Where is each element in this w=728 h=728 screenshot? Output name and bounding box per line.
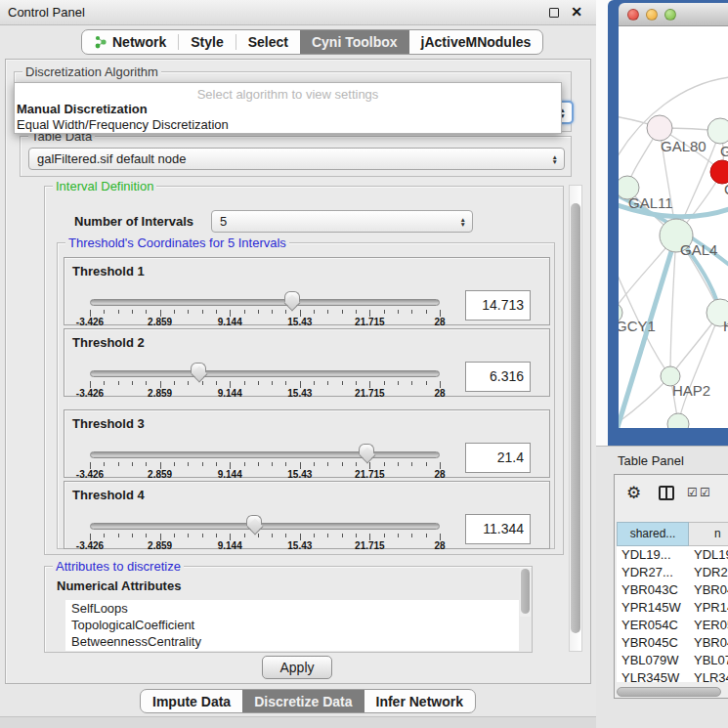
scrollbar-thumb[interactable]: [617, 687, 721, 697]
tab-network[interactable]: Network: [82, 30, 178, 54]
threshold-value-field[interactable]: 14.713: [465, 290, 531, 321]
dropdown-option[interactable]: Equal Width/Frequency Discretization: [15, 117, 561, 133]
gear-icon[interactable]: ⚙: [626, 483, 641, 502]
content-vertical-scrollbar[interactable]: [569, 185, 582, 652]
attributes-list-scrollbar[interactable]: [520, 568, 531, 617]
cell-shared-name: YDR27...: [617, 564, 689, 581]
table-panel-title: Table Panel: [618, 453, 684, 468]
scrollbar-thumb[interactable]: [571, 203, 580, 633]
tab-impute-data[interactable]: Impute Data: [141, 690, 242, 712]
tab-discretize-data[interactable]: Discretize Data: [242, 690, 364, 712]
graph-edge[interactable]: [678, 313, 720, 424]
cell-shared-name: YPR145W: [617, 599, 689, 617]
tick-label: 9.144: [218, 388, 242, 399]
table-row[interactable]: YDR27...YDR27...: [617, 564, 728, 581]
slider-tick: [104, 381, 105, 385]
threshold-value-field[interactable]: 6.316: [465, 362, 531, 392]
table-row[interactable]: YBL079WYBL079W: [617, 652, 728, 669]
slider-tick: [202, 534, 203, 537]
table-row[interactable]: YBR043CYBR043C: [617, 581, 728, 599]
slider-tick: [90, 462, 91, 469]
tab-label: Infer Network: [376, 694, 463, 709]
checkbox-icon[interactable]: ☑: [700, 486, 710, 499]
apply-button[interactable]: Apply: [262, 656, 332, 679]
slider-thumb[interactable]: [191, 363, 206, 373]
slider-track[interactable]: [90, 370, 440, 377]
tab-label: Network: [112, 34, 166, 50]
dropdown-option[interactable]: Manual Discretization: [15, 102, 561, 117]
tab-cyni-toolbox[interactable]: Cyni Toolbox: [300, 30, 409, 54]
tab-style[interactable]: Style: [179, 30, 235, 54]
slider-tick: [272, 310, 273, 314]
tick-label: 9.144: [218, 469, 242, 480]
scrollbar-thumb[interactable]: [521, 569, 530, 614]
topright-node[interactable]: [707, 118, 728, 144]
table-row[interactable]: YER054CYER054C: [617, 617, 728, 634]
split-columns-icon[interactable]: [659, 486, 674, 500]
slider-tick: [426, 310, 427, 314]
slider-tick: [146, 381, 147, 385]
slider-tick: [342, 310, 343, 314]
zoom-traffic-light-icon[interactable]: [664, 9, 676, 21]
slider-tick: [230, 381, 231, 388]
slider-track[interactable]: [90, 523, 440, 530]
column-header-name[interactable]: n: [689, 522, 728, 546]
group-title: Attributes to discretize: [53, 559, 184, 574]
table-row[interactable]: YBR045CYBR045C: [617, 634, 728, 652]
cell-name: YPR145W: [689, 599, 728, 617]
group-title: Threshold's Coordinates for 5 Intervals: [65, 236, 289, 250]
threshold-label: Threshold 1: [72, 264, 145, 278]
slider-tick: [146, 462, 147, 466]
table-row[interactable]: YLR345WYLR345W: [617, 669, 728, 682]
slider-tick: [244, 310, 245, 314]
list-item[interactable]: SelfLoops: [65, 600, 519, 617]
bottom-tab-bar: Impute DataDiscretize DataInfer Network: [140, 689, 476, 713]
slider-thumb[interactable]: [284, 291, 300, 302]
slider-tick: [258, 534, 259, 537]
table-row[interactable]: YPR145WYPR145W: [617, 599, 728, 617]
slider-tick: [426, 462, 427, 466]
combo-stepper-icon: ▲▼: [460, 216, 466, 227]
dropdown-prompt: Select algorithm to view settings: [15, 83, 561, 102]
network-window-titlebar[interactable]: [619, 3, 728, 26]
float-icon[interactable]: [549, 8, 559, 18]
table-row[interactable]: YDL19...YDL19...: [617, 546, 728, 564]
cell-shared-name: YER054C: [617, 617, 689, 634]
network-icon: [94, 35, 107, 49]
slider-thumb[interactable]: [246, 515, 262, 526]
tab-label: Style: [191, 34, 223, 50]
list-item[interactable]: TopologicalCoefficient: [65, 617, 519, 633]
slider-tick: [132, 534, 133, 537]
tab-jactivemnodules[interactable]: jActiveMNodules: [409, 30, 543, 54]
table-data-combobox[interactable]: galFiltered.sif default node ▲▼: [28, 148, 565, 170]
close-traffic-light-icon[interactable]: [627, 9, 639, 21]
node-label: GCY1: [619, 318, 656, 334]
list-item[interactable]: BetweennessCentrality: [65, 633, 519, 650]
num-intervals-combobox[interactable]: 5 ▲▼: [211, 210, 473, 233]
tab-label: jActiveMNodules: [421, 34, 532, 50]
threshold-value-field[interactable]: 21.4: [465, 443, 531, 473]
close-icon[interactable]: ✕: [571, 4, 582, 20]
bottom-node[interactable]: [667, 413, 689, 428]
slider-thumb[interactable]: [359, 444, 374, 454]
network-canvas[interactable]: GAL80GACGAL11GAL4GCY1HHAP2: [619, 26, 728, 428]
slider-tick: [104, 310, 105, 314]
threshold-value-field[interactable]: 11.344: [465, 514, 531, 544]
slider-tick: [118, 310, 119, 314]
combo-value: galFiltered.sif default node: [37, 151, 186, 166]
slider-tick: [411, 462, 412, 466]
slider-track[interactable]: [90, 299, 440, 306]
slider-track[interactable]: [90, 451, 440, 458]
column-header-shared-name[interactable]: shared...: [617, 522, 689, 546]
slider-tick: [440, 462, 441, 469]
minimize-traffic-light-icon[interactable]: [646, 9, 658, 21]
slider-tick: [174, 462, 175, 466]
tick-label: 2.859: [148, 469, 172, 480]
table-panel-body: ⚙ ☑ ☑ shared... n YDL19...YDL19...YDR27.…: [614, 474, 728, 699]
tab-select[interactable]: Select: [236, 30, 300, 54]
checkbox-icon[interactable]: ☑: [687, 486, 698, 499]
node-label: C: [724, 181, 728, 197]
table-horizontal-scrollbar[interactable]: [617, 687, 728, 698]
attributes-list[interactable]: SelfLoopsTopologicalCoefficientBetweenne…: [65, 600, 519, 651]
tab-infer-network[interactable]: Infer Network: [364, 690, 475, 712]
